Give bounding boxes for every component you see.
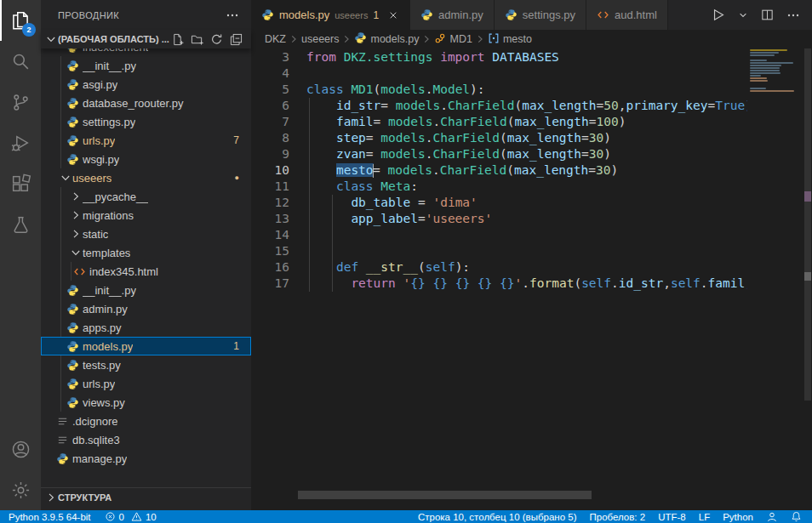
code-editor[interactable]: 3from DKZ.settings import DATABASES45cla… [251, 48, 812, 510]
tab-models.py[interactable]: models.pyuseeers1 [251, 0, 410, 30]
status-python-version[interactable]: Python 3.9.5 64-bit [9, 512, 91, 522]
tree-item-label: migrations [83, 209, 134, 222]
tree-item-settings.py[interactable]: settings.py [41, 112, 251, 131]
minimap[interactable] [747, 48, 803, 510]
tree-item-db.sqlite3[interactable]: db.sqlite3 [41, 430, 251, 449]
tree-item-label: urls.py [83, 378, 115, 390]
breadcrumb-item-DKZ[interactable]: DKZ [265, 33, 286, 45]
tree-item-views.py[interactable]: views.py [41, 393, 251, 412]
line-number: 4 [251, 65, 289, 82]
token: ) [619, 115, 626, 128]
line-number: 8 [251, 130, 289, 146]
code-area[interactable]: 3from DKZ.settings import DATABASES45cla… [251, 48, 747, 510]
token [306, 276, 351, 290]
more-actions-icon[interactable] [786, 9, 800, 22]
tree-item-wsgi.py[interactable]: wsgi.py [41, 150, 251, 168]
tree-item-__init__.py[interactable]: __init__.py [41, 56, 251, 75]
activity-source-control[interactable] [0, 82, 41, 122]
run-icon[interactable] [710, 7, 726, 23]
code-line-14: 14 [251, 227, 747, 243]
activity-bar: 2 [0, 0, 41, 510]
tree-item-__pycache__[interactable]: __pycache__ [41, 187, 251, 206]
status-eol[interactable]: LF [699, 512, 710, 522]
python-icon [66, 97, 83, 110]
tree-item-migrations[interactable]: migrations [41, 206, 251, 225]
scrollbar-slider[interactable] [804, 48, 811, 401]
tree-item-label: apps.py [83, 321, 122, 334]
token: True [715, 99, 745, 112]
activity-settings-gear[interactable] [0, 469, 41, 510]
token: = [380, 99, 395, 112]
outline-section-header[interactable]: СТРУКТУРА [41, 487, 251, 506]
breadcrumb-item-mesto[interactable]: mesto [488, 32, 532, 47]
status-indentation[interactable]: Пробелов: 2 [590, 512, 646, 522]
code-text: def __str__(self): [306, 259, 470, 276]
tab-aud.html[interactable]: aud.html [586, 0, 668, 30]
breadcrumb-label: models.py [370, 33, 419, 45]
tree-item-manage.py[interactable]: manage.py [41, 449, 251, 468]
token: max_length [507, 131, 581, 145]
refresh-icon[interactable] [210, 33, 223, 46]
chevron-down-icon [59, 171, 72, 185]
minimap-line [750, 88, 766, 89]
status-encoding[interactable]: UTF-8 [658, 512, 686, 522]
status-label: Пробелов: 2 [590, 512, 646, 522]
activity-extensions[interactable] [0, 163, 41, 204]
sidebar-explorer: ПРОВОДНИК (РАБОЧАЯ ОБЛАСТЬ) ... indexele… [41, 0, 251, 510]
python-icon [66, 60, 83, 72]
status-language-mode[interactable]: Python [723, 512, 753, 522]
tab-settings.py[interactable]: settings.py [495, 0, 586, 30]
tree-item-database_roouter.py[interactable]: database_roouter.py [41, 94, 251, 112]
tree-item-tests.py[interactable]: tests.py [41, 355, 251, 374]
status-cursor-position[interactable]: Строка 10, столбец 10 (выбрано 5) [418, 512, 577, 522]
workspace-section-header[interactable]: (РАБОЧАЯ ОБЛАСТЬ) ... [41, 30, 251, 48]
activity-testing[interactable] [0, 204, 41, 245]
tab-admin.py[interactable]: admin.py [410, 0, 495, 30]
tree-item-admin.py[interactable]: admin.py [41, 299, 251, 318]
tab-problems-badge: 1 [373, 9, 379, 21]
status-feedback[interactable] [766, 511, 778, 523]
activity-search[interactable] [0, 41, 41, 82]
token: . [432, 115, 440, 128]
tree-item-__init__.py[interactable]: __init__.py [41, 281, 251, 299]
token: MD1 [351, 82, 373, 96]
python-icon [56, 452, 72, 465]
activity-accounts[interactable] [0, 429, 41, 469]
token: {} [410, 276, 425, 290]
tree-item-asgi.py[interactable]: asgi.py [41, 75, 251, 94]
minimap-line [750, 54, 775, 56]
tree-item-urls.py[interactable]: urls.py [41, 374, 251, 393]
token: 'useeers' [426, 212, 493, 225]
code-text: step= models.CharField(max_length=30) [306, 130, 611, 146]
breadcrumb-item-useeers[interactable]: useeers [301, 33, 339, 45]
tree-item-useeers[interactable]: useeers● [41, 168, 251, 187]
tab-label: settings.py [523, 9, 575, 21]
breadcrumb-item-models.py[interactable]: models.py [354, 31, 419, 47]
views-and-more-actions-icon[interactable] [226, 9, 239, 22]
new-folder-icon[interactable] [191, 33, 203, 46]
activity-run-debug[interactable] [0, 122, 41, 163]
new-file-icon[interactable] [171, 33, 184, 46]
split-editor-icon[interactable] [760, 8, 775, 22]
python-icon [505, 9, 518, 21]
status-notifications[interactable] [791, 511, 802, 522]
run-dropdown-icon[interactable] [738, 10, 748, 20]
horizontal-scrollbar[interactable] [298, 491, 592, 499]
close-icon[interactable] [387, 9, 399, 21]
class-icon [434, 32, 446, 47]
vertical-scrollbar[interactable] [803, 48, 812, 510]
breadcrumb-item-MD1[interactable]: MD1 [434, 32, 472, 47]
tree-item-.dcignore[interactable]: .dcignore [41, 412, 251, 430]
status-problems[interactable]: 010 [105, 511, 157, 522]
tree-item-label: tests.py [83, 359, 121, 372]
token: models [396, 99, 440, 112]
tree-item-apps.py[interactable]: apps.py [41, 318, 251, 337]
tree-item-static[interactable]: static [41, 225, 251, 243]
tree-item-indexelement[interactable]: indexelement [41, 48, 251, 56]
tree-item-templates[interactable]: templates [41, 243, 251, 262]
tree-item-index345.html[interactable]: index345.html [41, 262, 251, 281]
tree-item-models.py[interactable]: models.py1 [41, 337, 251, 355]
collapse-all-icon[interactable] [230, 33, 243, 46]
activity-explorer[interactable]: 2 [0, 0, 41, 41]
tree-item-urls.py[interactable]: urls.py7 [41, 131, 251, 150]
